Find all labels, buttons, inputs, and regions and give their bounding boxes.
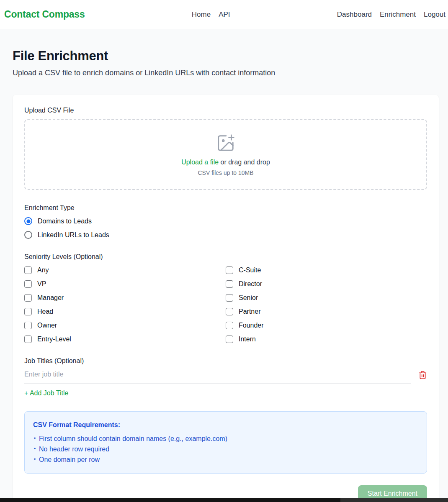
seniority-column-left: Any VP Manager Head [24,266,226,343]
checkbox-vp[interactable] [24,280,32,288]
nav-link-home[interactable]: Home [192,10,211,19]
checkbox-option-senior[interactable]: Senior [226,294,427,302]
radio-option-linkedin-urls-to-leads[interactable]: LinkedIn URLs to Leads [24,231,427,239]
radio-domains-to-leads[interactable] [24,217,32,225]
page-title: File Enrichment [13,49,439,64]
checkbox-option-intern[interactable]: Intern [226,336,427,343]
checkbox-c-suite[interactable] [226,266,233,274]
checkbox-manager[interactable] [24,294,32,302]
checkbox-entry-level[interactable] [24,336,32,343]
seniority-column-right: C-Suite Director Senior Partner [226,266,427,343]
remove-job-title-button[interactable] [418,371,427,381]
navbar: Contact Compass Home API Dashboard Enric… [0,0,448,29]
nav-link-enrichment[interactable]: Enrichment [380,10,416,19]
upload-csv-label: Upload CSV File [24,107,427,114]
job-titles-label: Job Titles (Optional) [24,357,427,365]
checkbox-label: Owner [37,322,57,329]
checkbox-label: Head [37,308,53,315]
radio-linkedin-urls-to-leads[interactable] [24,231,32,239]
seniority-levels-label: Seniority Levels (Optional) [24,253,427,261]
csv-requirements-title: CSV Format Requirements: [33,421,418,429]
add-job-title-link[interactable]: + Add Job Title [24,389,68,397]
radio-label: Domains to Leads [38,218,92,225]
checkbox-option-c-suite[interactable]: C-Suite [226,266,427,274]
checkbox-option-owner[interactable]: Owner [24,322,226,329]
checkbox-label: Any [37,266,49,274]
checkbox-label: Entry-Level [37,336,71,343]
checkbox-label: Founder [239,322,264,329]
job-titles-section: Job Titles (Optional) + Add Jo [24,357,427,397]
enrichment-type-label: Enrichment Type [24,204,427,212]
nav-link-api[interactable]: API [219,10,230,19]
checkbox-intern[interactable] [226,336,233,343]
seniority-levels-section: Seniority Levels (Optional) Any VP Manag… [24,253,427,343]
csv-requirement-item: No header row required [33,446,418,453]
dock-strip [0,498,448,502]
checkbox-director[interactable] [226,280,233,288]
checkbox-option-founder[interactable]: Founder [226,322,427,329]
radio-option-domains-to-leads[interactable]: Domains to Leads [24,217,427,225]
enrichment-type-options: Domains to Leads LinkedIn URLs to Leads [24,217,427,239]
csv-requirement-item: One domain per row [33,456,418,464]
dropzone-hint: CSV files up to 10MB [198,169,253,176]
checkbox-label: VP [37,280,46,288]
nav-link-logout[interactable]: Logout [424,10,445,19]
checkbox-label: Manager [37,294,64,302]
enrichment-type-section: Enrichment Type Domains to Leads LinkedI… [24,204,427,239]
checkbox-option-any[interactable]: Any [24,266,226,274]
csv-requirement-item: First column should contain domain names… [33,435,418,443]
image-plus-icon [216,133,235,154]
dropzone-text: Upload a file or drag and drop [181,159,270,166]
seniority-checkbox-grid: Any VP Manager Head [24,266,427,343]
checkbox-senior[interactable] [226,294,233,302]
nav-right: Dashboard Enrichment Logout [337,10,445,19]
main-content: File Enrichment Upload a CSV file to enr… [0,49,448,502]
checkbox-option-director[interactable]: Director [226,280,427,288]
trash-icon [418,371,427,381]
checkbox-option-head[interactable]: Head [24,308,226,315]
checkbox-any[interactable] [24,266,32,274]
csv-requirements-list: First column should contain domain names… [33,435,418,464]
checkbox-label: C-Suite [239,266,261,274]
checkbox-option-partner[interactable]: Partner [226,308,427,315]
radio-label: LinkedIn URLs to Leads [38,231,109,239]
checkbox-option-manager[interactable]: Manager [24,294,226,302]
checkbox-label: Director [239,280,262,288]
job-title-input[interactable] [24,367,411,384]
checkbox-owner[interactable] [24,322,32,329]
page-subtitle: Upload a CSV file to enrich domains or L… [13,69,439,77]
checkbox-label: Intern [239,336,256,343]
checkbox-option-entry-level[interactable]: Entry-Level [24,336,226,343]
checkbox-founder[interactable] [226,322,233,329]
job-title-row [24,367,427,384]
brand-logo[interactable]: Contact Compass [4,9,85,20]
checkbox-label: Partner [239,308,260,315]
checkbox-label: Senior [239,294,258,302]
checkbox-partner[interactable] [226,308,233,315]
checkbox-option-vp[interactable]: VP [24,280,226,288]
nav-center: Home API [192,10,230,19]
checkbox-head[interactable] [24,308,32,315]
dropzone-text-suffix: or drag and drop [221,159,270,166]
upload-file-link[interactable]: Upload a file [181,159,219,166]
csv-requirements-box: CSV Format Requirements: First column sh… [24,411,427,474]
enrichment-form-card: Upload CSV File Upload a file or drag an… [13,95,439,502]
file-dropzone[interactable]: Upload a file or drag and drop CSV files… [24,119,427,190]
nav-link-dashboard[interactable]: Dashboard [337,10,372,19]
